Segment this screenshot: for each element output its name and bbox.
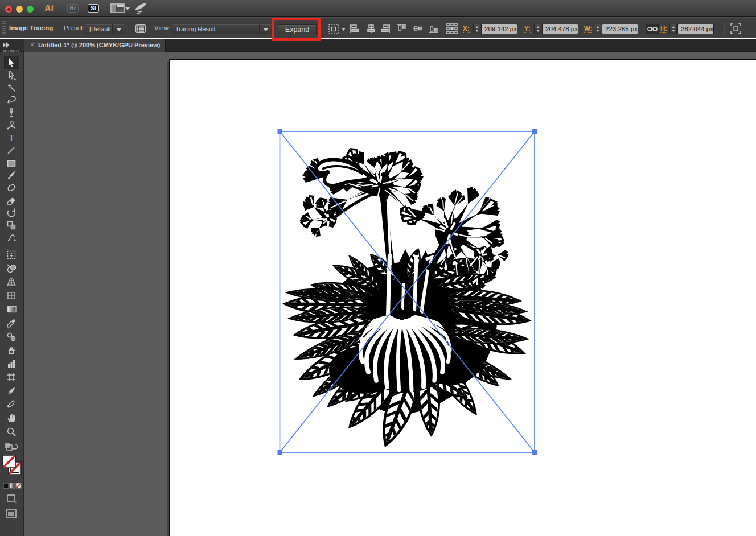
svg-text:T: T: [9, 134, 14, 142]
